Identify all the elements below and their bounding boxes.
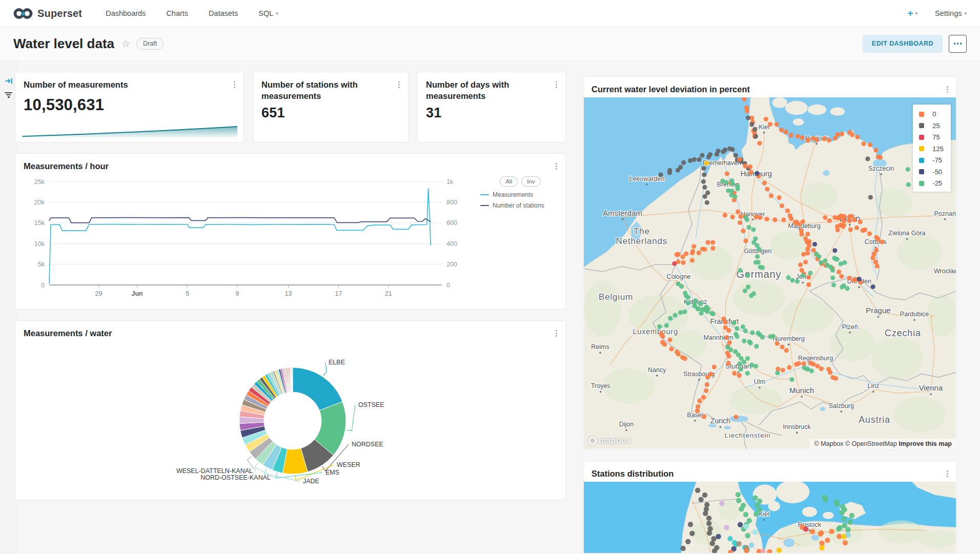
map-canvas[interactable]: KielRostock xyxy=(584,482,956,553)
card-menu-kebab-icon[interactable] xyxy=(553,160,560,172)
superset-logo[interactable]: Superset xyxy=(13,8,82,19)
city-label: Zurich xyxy=(710,417,730,425)
card-title: Measurements / hour xyxy=(15,154,565,172)
legend-item-number-of-stations[interactable]: Number of stations xyxy=(480,202,560,209)
station-dot xyxy=(854,225,859,230)
station-dot xyxy=(749,542,754,547)
station-dot xyxy=(736,541,741,546)
station-dot xyxy=(829,529,834,534)
donut-label: NORD-OSTSEE-KANAL xyxy=(200,474,271,481)
station-dot xyxy=(712,365,717,370)
city-label: Plzeň xyxy=(842,323,858,331)
station-dot xyxy=(702,185,707,190)
mapbox-logo[interactable]: mapbox xyxy=(588,436,631,445)
edit-dashboard-button[interactable]: EDIT DASHBOARD xyxy=(863,35,943,53)
map-legend-item: 25 xyxy=(919,122,944,130)
card-title: Number of days with measurements xyxy=(418,72,536,102)
nav-item-datasets[interactable]: Datasets xyxy=(209,9,238,17)
station-dot xyxy=(727,536,732,541)
station-dot xyxy=(802,361,806,366)
card-menu-kebab-icon[interactable] xyxy=(231,79,238,91)
card-menu-kebab-icon[interactable] xyxy=(553,327,560,339)
settings-menu[interactable]: Settings▾ xyxy=(935,9,967,17)
nav-item-charts[interactable]: Charts xyxy=(166,9,188,17)
country-label: Liechtenstein xyxy=(725,432,771,439)
favorite-star-icon[interactable]: ☆ xyxy=(121,38,130,50)
nav-item-dashboards[interactable]: Dashboards xyxy=(106,9,146,17)
city-label: Vienna xyxy=(919,383,943,392)
svg-text:0: 0 xyxy=(446,282,450,289)
legend-label: -25 xyxy=(932,179,942,187)
station-dot xyxy=(739,506,744,511)
station-dot xyxy=(696,404,700,409)
station-dot xyxy=(878,155,883,160)
station-dot xyxy=(696,306,700,311)
card-menu-kebab-icon[interactable] xyxy=(395,79,403,91)
line-chart[interactable]: 25k1k20k80015k60010k4005k2000029Jun59131… xyxy=(18,174,469,306)
station-dot xyxy=(748,341,753,345)
station-dot xyxy=(678,310,683,315)
attribution-text: © Mapbox © OpenStreetMap xyxy=(814,440,899,447)
station-dot xyxy=(752,127,757,132)
map-legend-item: 75 xyxy=(919,133,944,141)
svg-text:5: 5 xyxy=(186,290,189,297)
station-dot xyxy=(725,172,729,176)
station-dot xyxy=(812,242,817,247)
kpi-card-stations: Number of stations with measurements 651 xyxy=(253,72,409,142)
station-dot xyxy=(839,274,844,279)
station-dot xyxy=(775,371,780,375)
card-menu-kebab-icon[interactable] xyxy=(944,84,951,95)
station-dot xyxy=(710,240,715,244)
station-dot xyxy=(698,302,703,306)
legend-all-button[interactable]: All xyxy=(500,176,518,187)
station-dot xyxy=(704,161,709,166)
station-dot xyxy=(705,382,709,387)
legend-inv-button[interactable]: Inv xyxy=(521,176,540,187)
chart-card-measurements-hour: Measurements / hour 25k1k20k80015k60010k… xyxy=(15,153,566,310)
station-dot xyxy=(823,215,827,220)
map-legend-item: -75 xyxy=(919,156,944,164)
legend-item-measurements[interactable]: Measurements xyxy=(480,191,560,198)
station-dot xyxy=(730,147,735,152)
station-dot xyxy=(703,511,708,516)
station-dot xyxy=(842,219,846,223)
city-label: Poznań xyxy=(934,210,956,217)
station-dot xyxy=(668,316,672,320)
station-dot xyxy=(784,130,788,134)
legend-swatch xyxy=(919,123,924,128)
station-dot xyxy=(814,138,819,142)
station-dot xyxy=(825,538,830,543)
map-canvas[interactable]: BelgiumTheNetherlandsGermanyAustriaCzech… xyxy=(584,97,956,449)
station-dot xyxy=(724,525,729,530)
deviation-map[interactable]: BelgiumTheNetherlandsGermanyAustriaCzech… xyxy=(584,97,956,449)
station-dot xyxy=(753,134,758,139)
station-dot xyxy=(736,187,740,191)
station-dot xyxy=(679,284,684,289)
station-dot xyxy=(702,493,707,498)
legend-swatch xyxy=(919,135,924,140)
station-dot xyxy=(803,260,808,264)
donut-chart[interactable]: ELBEOSTSEENORDSEEWESEREMSJADENORD-OSTSEE… xyxy=(24,339,558,494)
card-menu-kebab-icon[interactable] xyxy=(553,79,560,91)
chevron-down-icon: ▾ xyxy=(915,11,918,16)
station-dot xyxy=(697,251,701,255)
city-label: Amsterdam xyxy=(603,209,642,217)
station-dot xyxy=(753,215,758,219)
station-dot xyxy=(751,228,756,232)
nav-item-sql[interactable]: SQL▾ xyxy=(258,9,278,17)
more-actions-button[interactable] xyxy=(949,35,967,53)
improve-map-link[interactable]: Improve this map xyxy=(899,440,952,447)
add-new-button[interactable]: +▾ xyxy=(907,8,917,19)
city-label: Innsbruck xyxy=(783,423,811,430)
station-dot xyxy=(751,291,756,296)
legend-label: 125 xyxy=(932,145,944,153)
svg-text:25k: 25k xyxy=(34,178,45,186)
donut-label: EMS xyxy=(325,469,339,476)
station-dot xyxy=(726,328,731,333)
station-dot xyxy=(681,160,686,165)
station-dot xyxy=(785,209,790,213)
stations-map[interactable]: KielRostock xyxy=(584,482,956,553)
station-dot xyxy=(810,529,815,534)
card-menu-kebab-icon[interactable] xyxy=(944,468,951,480)
station-dot xyxy=(748,165,752,169)
